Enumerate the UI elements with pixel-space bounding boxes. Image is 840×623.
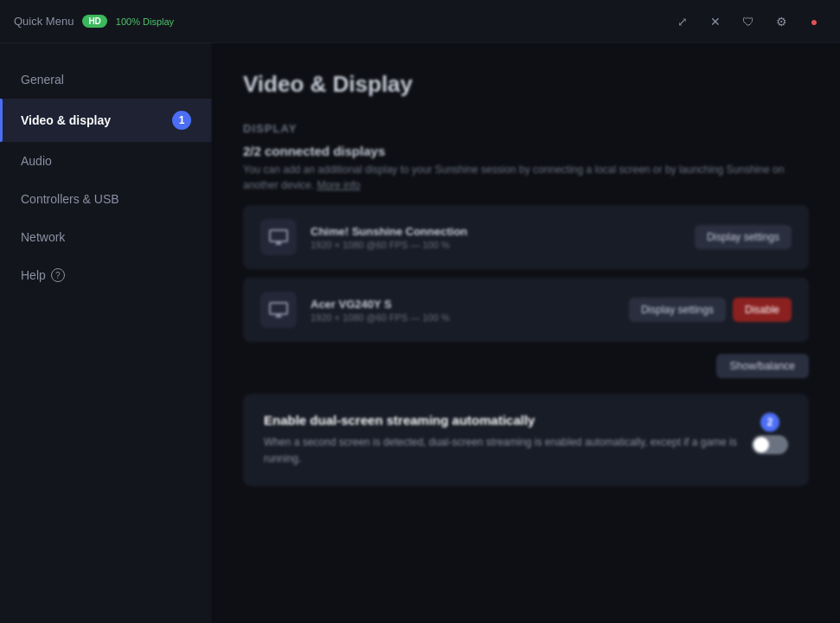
titlebar-left: Quick Menu HD 100% Display bbox=[14, 15, 174, 28]
close-icon[interactable]: ✕ bbox=[703, 10, 728, 34]
sidebar-item-label: Help bbox=[21, 268, 46, 282]
sidebar-badge-video: 1 bbox=[172, 111, 191, 130]
titlebar-subtitle: 100% Display bbox=[116, 16, 174, 27]
connected-displays-desc: You can add an additional display to you… bbox=[243, 162, 809, 193]
sidebar-item-controllers-usb[interactable]: Controllers & USB bbox=[0, 180, 212, 218]
sidebar-item-help[interactable]: Help ? bbox=[0, 256, 212, 294]
display-actions-0: Display settings bbox=[695, 225, 792, 249]
page-title: Video & Display bbox=[243, 71, 809, 98]
sidebar-item-video-display[interactable]: Video & display 1 bbox=[0, 99, 212, 142]
titlebar: Quick Menu HD 100% Display ⤢ ✕ 🛡 ⚙ ● bbox=[0, 0, 840, 43]
monitor-icon-2 bbox=[268, 299, 289, 320]
learn-more-link[interactable]: More info bbox=[317, 179, 360, 191]
sidebar-item-network[interactable]: Network bbox=[0, 218, 212, 256]
sidebar: General Video & display 1 Audio Controll… bbox=[0, 43, 212, 623]
switch-layout-button[interactable]: Show/balance bbox=[716, 354, 809, 378]
display-specs-0: 1920 × 1080 @60 FPS — 100 % bbox=[311, 240, 681, 250]
sidebar-item-audio[interactable]: Audio bbox=[0, 142, 212, 180]
main-layout: General Video & display 1 Audio Controll… bbox=[0, 43, 840, 623]
titlebar-title: Quick Menu bbox=[14, 15, 74, 28]
dual-screen-badge: 2 bbox=[760, 413, 779, 432]
display-info-0: Chime! Sunshine Connection 1920 × 1080 @… bbox=[311, 225, 681, 250]
display-settings-btn-1[interactable]: Display settings bbox=[629, 298, 726, 322]
dual-screen-title: Enable dual-screen streaming automatical… bbox=[264, 413, 738, 427]
sidebar-item-label: General bbox=[21, 73, 64, 87]
sidebar-item-general[interactable]: General bbox=[0, 61, 212, 99]
content-area: Video & Display Display 2/2 connected di… bbox=[212, 43, 840, 623]
display-card-0: Chime! Sunshine Connection 1920 × 1080 @… bbox=[243, 205, 809, 269]
display-icon-1 bbox=[260, 292, 297, 328]
expand-icon[interactable]: ⤢ bbox=[670, 10, 695, 34]
gear-icon[interactable]: ⚙ bbox=[769, 10, 793, 34]
monitor-icon bbox=[268, 227, 289, 247]
display-info-1: Acer VG240Y S 1920 × 1080 @60 FPS — 100 … bbox=[311, 298, 615, 323]
help-circle-icon: ? bbox=[51, 268, 65, 282]
sidebar-item-label: Audio bbox=[21, 154, 52, 168]
display-specs-1: 1920 × 1080 @60 FPS — 100 % bbox=[311, 312, 615, 323]
display-icon-0 bbox=[260, 219, 297, 255]
section-label-display: Display bbox=[243, 122, 809, 135]
sidebar-item-label: Network bbox=[21, 230, 65, 244]
display-disable-btn-1[interactable]: Disable bbox=[733, 298, 792, 322]
dual-screen-section: Enable dual-screen streaming automatical… bbox=[243, 394, 809, 486]
sidebar-item-label: Video & display bbox=[21, 113, 111, 127]
display-actions-1: Display settings Disable bbox=[629, 298, 792, 322]
titlebar-right: ⤢ ✕ 🛡 ⚙ ● bbox=[670, 10, 826, 34]
display-card-1: Acer VG240Y S 1920 × 1080 @60 FPS — 100 … bbox=[243, 278, 809, 342]
dual-screen-desc: When a second screen is detected, dual-s… bbox=[264, 434, 738, 467]
dual-screen-toggle[interactable] bbox=[752, 435, 788, 454]
connected-displays-heading: 2/2 connected displays bbox=[243, 144, 809, 158]
power-icon[interactable]: ● bbox=[802, 10, 826, 34]
help-label-wrapper: Help ? bbox=[21, 268, 65, 282]
toggle-area: 2 bbox=[752, 413, 788, 454]
display-settings-btn-0[interactable]: Display settings bbox=[695, 225, 792, 249]
shield-icon[interactable]: 🛡 bbox=[736, 10, 760, 34]
display-name-1: Acer VG240Y S bbox=[311, 298, 615, 311]
dual-screen-text: Enable dual-screen streaming automatical… bbox=[264, 413, 738, 467]
display-name-0: Chime! Sunshine Connection bbox=[311, 225, 681, 238]
sidebar-item-label: Controllers & USB bbox=[21, 192, 119, 206]
titlebar-badge: HD bbox=[82, 15, 106, 28]
